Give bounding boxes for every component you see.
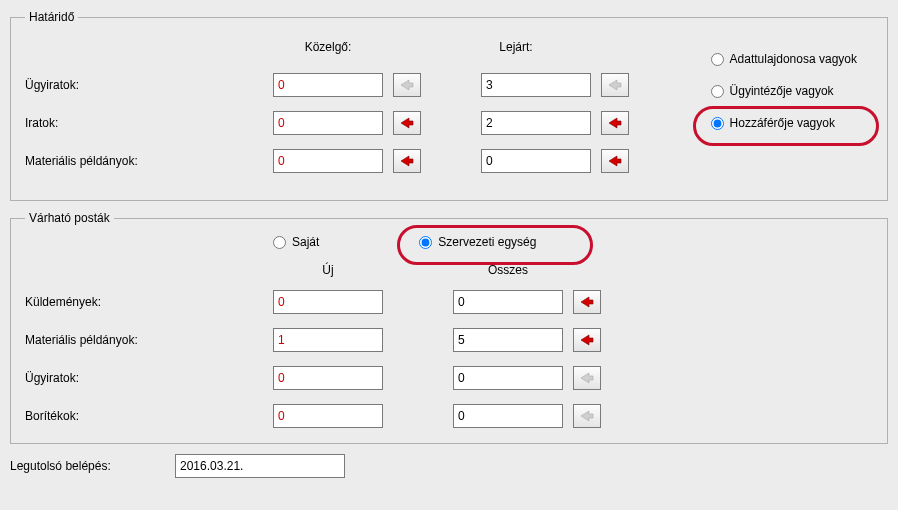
radio-accessor-label: Hozzáférője vagyok	[730, 116, 835, 130]
mail-label-material: Materiális példányok:	[25, 333, 273, 347]
radio-owner-input[interactable]	[711, 53, 724, 66]
mail-label-boritekok: Borítékok:	[25, 409, 273, 423]
radio-org-label: Szervezeti egység	[438, 235, 536, 249]
radio-own[interactable]: Saját	[273, 235, 319, 249]
arrow-left-icon[interactable]	[601, 111, 629, 135]
new-kuldemenyek-input[interactable]	[273, 290, 383, 314]
radio-clerk-label: Ügyintézője vagyok	[730, 84, 834, 98]
deadline-label-ugyiratok: Ügyiratok:	[25, 78, 273, 92]
deadline-legend: Határidő	[25, 10, 78, 24]
col-header-upcoming: Közelgő:	[273, 40, 383, 54]
expected-mail-group: Várható posták Saját Szervezeti egység Ú…	[10, 211, 888, 444]
deadline-row-material: Materiális példányok:	[25, 148, 873, 174]
col-header-new: Új	[273, 263, 383, 277]
col-header-expired: Lejárt:	[461, 40, 571, 54]
upcoming-material-input[interactable]	[273, 149, 383, 173]
arrow-left-icon[interactable]	[573, 366, 601, 390]
mail-row-boritekok: Borítékok:	[25, 403, 873, 429]
arrow-left-icon[interactable]	[601, 73, 629, 97]
svg-marker-1	[609, 80, 621, 90]
svg-marker-7	[581, 335, 593, 345]
svg-marker-3	[609, 118, 621, 128]
all-ugyiratok-input[interactable]	[453, 366, 563, 390]
svg-marker-4	[401, 156, 413, 166]
arrow-left-icon[interactable]	[393, 111, 421, 135]
radio-org[interactable]: Szervezeti egység	[419, 235, 536, 249]
mail-row-ugyiratok: Ügyiratok:	[25, 365, 873, 391]
mail-header-row: Új Összes	[25, 263, 873, 277]
radio-clerk-input[interactable]	[711, 85, 724, 98]
deadline-label-iratok: Iratok:	[25, 116, 273, 130]
radio-own-input[interactable]	[273, 236, 286, 249]
upcoming-ugyiratok-input[interactable]	[273, 73, 383, 97]
arrow-left-icon[interactable]	[601, 149, 629, 173]
arrow-left-icon[interactable]	[573, 290, 601, 314]
arrow-left-icon[interactable]	[573, 404, 601, 428]
arrow-left-icon[interactable]	[393, 73, 421, 97]
svg-marker-8	[581, 373, 593, 383]
svg-marker-9	[581, 411, 593, 421]
all-boritekok-input[interactable]	[453, 404, 563, 428]
new-material-input[interactable]	[273, 328, 383, 352]
mail-row-material: Materiális példányok:	[25, 327, 873, 353]
expired-iratok-input[interactable]	[481, 111, 591, 135]
last-login-label: Legutolsó belépés:	[10, 459, 175, 473]
radio-owner[interactable]: Adattulajdonosa vagyok	[711, 52, 857, 66]
deadline-label-material: Materiális példányok:	[25, 154, 273, 168]
all-material-input[interactable]	[453, 328, 563, 352]
svg-marker-6	[581, 297, 593, 307]
last-login-input[interactable]	[175, 454, 345, 478]
radio-org-input[interactable]	[419, 236, 432, 249]
radio-clerk[interactable]: Ügyintézője vagyok	[711, 84, 857, 98]
all-kuldemenyek-input[interactable]	[453, 290, 563, 314]
radio-accessor[interactable]: Hozzáférője vagyok	[711, 116, 857, 130]
expired-material-input[interactable]	[481, 149, 591, 173]
mail-label-kuldemenyek: Küldemények:	[25, 295, 273, 309]
new-ugyiratok-input[interactable]	[273, 366, 383, 390]
deadline-role-radios: Adattulajdonosa vagyok Ügyintézője vagyo…	[711, 52, 857, 130]
col-header-all: Összes	[453, 263, 563, 277]
mail-scope-radios: Saját Szervezeti egység	[273, 235, 873, 249]
upcoming-iratok-input[interactable]	[273, 111, 383, 135]
arrow-left-icon[interactable]	[393, 149, 421, 173]
svg-marker-5	[609, 156, 621, 166]
svg-marker-2	[401, 118, 413, 128]
arrow-left-icon[interactable]	[573, 328, 601, 352]
radio-own-label: Saját	[292, 235, 319, 249]
radio-owner-label: Adattulajdonosa vagyok	[730, 52, 857, 66]
expired-ugyiratok-input[interactable]	[481, 73, 591, 97]
mail-label-ugyiratok: Ügyiratok:	[25, 371, 273, 385]
mail-row-kuldemenyek: Küldemények:	[25, 289, 873, 315]
new-boritekok-input[interactable]	[273, 404, 383, 428]
expected-mail-legend: Várható posták	[25, 211, 114, 225]
svg-marker-0	[401, 80, 413, 90]
radio-accessor-input[interactable]	[711, 117, 724, 130]
deadline-group: Határidő Közelgő: Lejárt: Ügyiratok: Ira…	[10, 10, 888, 201]
last-login-row: Legutolsó belépés:	[10, 454, 888, 478]
